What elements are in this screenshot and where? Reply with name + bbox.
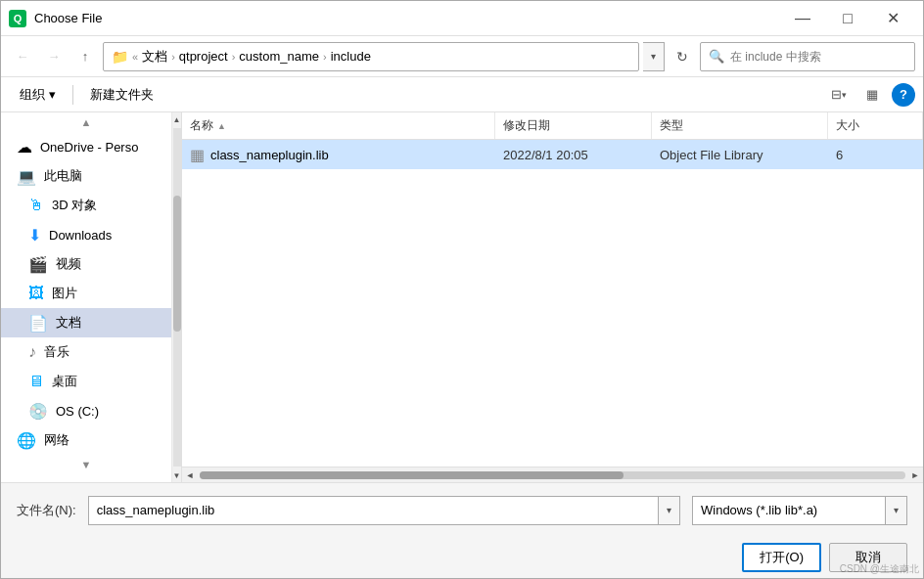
- file-dialog: Q Choose File — □ ✕ ← → ↑ 📁 « 文档 › qtpro…: [0, 0, 924, 579]
- sidebar-scrollbar: ▲ ▼: [171, 112, 181, 482]
- sidebar-item-label-this-pc: 此电脑: [44, 167, 82, 185]
- view-large-button[interactable]: ▦: [858, 82, 886, 108]
- sidebar-scroll-down[interactable]: ▼: [1, 455, 171, 474]
- path-sep-1: ›: [171, 51, 175, 63]
- sidebar-item-downloads[interactable]: ⬇ Downloads: [1, 220, 171, 249]
- file-date-cell: 2022/8/1 20:05: [495, 140, 652, 169]
- filename-input[interactable]: [88, 496, 659, 525]
- help-button[interactable]: ?: [892, 83, 915, 107]
- onedrive-icon: ☁: [17, 138, 32, 156]
- sidebar-scroll-down-button[interactable]: ▼: [172, 468, 182, 482]
- hscroll-thumb[interactable]: [200, 471, 624, 479]
- hscroll-left-button[interactable]: ◄: [182, 468, 198, 483]
- sidebar-scroll-thumb[interactable]: [173, 196, 181, 331]
- sidebar-item-onedrive[interactable]: ☁ OneDrive - Perso: [1, 132, 171, 161]
- col-header-name[interactable]: 名称 ▲: [182, 112, 495, 139]
- sidebar-item-desktop[interactable]: 🖥 桌面: [1, 367, 171, 396]
- this-pc-icon: 💻: [17, 167, 36, 186]
- downloads-icon: ⬇: [28, 226, 41, 245]
- sidebar-item-pictures[interactable]: 🖼 图片: [1, 279, 171, 308]
- file-name-cell: ▦ class_nameplugin.lib: [182, 140, 495, 169]
- view-details-button[interactable]: ⊟ ▾: [825, 82, 853, 108]
- horizontal-scrollbar: ◄ ►: [182, 467, 923, 482]
- sidebar-item-label-videos: 视频: [56, 255, 81, 273]
- window-controls: — □ ✕: [780, 3, 915, 34]
- sidebar-item-network[interactable]: 🌐 网络: [1, 425, 171, 455]
- toolbar: 组织 ▾ 新建文件夹 ⊟ ▾ ▦ ?: [1, 77, 923, 112]
- hscroll-right-button[interactable]: ►: [907, 468, 923, 483]
- documents-icon: 📄: [28, 314, 48, 333]
- address-bar: ← → ↑ 📁 « 文档 › qtproject › custom_name ›…: [1, 36, 923, 77]
- file-area: 名称 ▲ 修改日期 类型 大小 ▦ class_nameplu: [182, 112, 923, 482]
- sidebar-scroll-up[interactable]: ▲: [1, 112, 171, 132]
- col-header-type[interactable]: 类型: [652, 112, 828, 139]
- main-area: ▲ ☁ OneDrive - Perso 💻 此电脑 🖱 3D 对象 ⬇ Dow…: [1, 112, 923, 482]
- up-button[interactable]: ↑: [71, 43, 99, 70]
- open-button[interactable]: 打开(O): [742, 543, 821, 572]
- sidebar-item-videos[interactable]: 🎬 视频: [1, 249, 171, 279]
- forward-button[interactable]: →: [40, 43, 68, 70]
- sort-arrow: ▲: [217, 121, 226, 131]
- path-prefix: «: [132, 51, 138, 63]
- osc-icon: 💿: [28, 402, 48, 421]
- address-path[interactable]: 📁 « 文档 › qtproject › custom_name › inclu…: [103, 42, 639, 71]
- address-dropdown-button[interactable]: ▾: [643, 42, 665, 71]
- title-bar: Q Choose File — □ ✕: [1, 1, 923, 36]
- minimize-button[interactable]: —: [780, 3, 825, 34]
- folder-icon: 📁: [112, 49, 128, 65]
- sidebar-item-label-3d: 3D 对象: [52, 197, 97, 214]
- sidebar-item-music[interactable]: ♪ 音乐: [1, 337, 171, 367]
- sidebar-scroll-track: [173, 128, 181, 467]
- col-header-size[interactable]: 大小: [828, 112, 923, 139]
- filename-dropdown-button[interactable]: ▾: [659, 496, 680, 525]
- back-button[interactable]: ←: [9, 43, 36, 70]
- sidebar-item-label-osc: OS (C:): [56, 404, 99, 419]
- table-row[interactable]: ▦ class_nameplugin.lib 2022/8/1 20:05 Ob…: [182, 140, 923, 169]
- videos-icon: 🎬: [28, 255, 48, 274]
- sidebar-item-label-network: 网络: [44, 431, 69, 449]
- network-icon: 🌐: [17, 431, 36, 450]
- sidebar-container: ▲ ☁ OneDrive - Perso 💻 此电脑 🖱 3D 对象 ⬇ Dow…: [1, 112, 182, 482]
- sidebar-item-3d-objects[interactable]: 🖱 3D 对象: [1, 191, 171, 220]
- organize-chevron: ▾: [49, 87, 56, 102]
- search-icon: 🔍: [709, 49, 724, 64]
- path-segment-2: qtproject: [179, 49, 228, 64]
- sidebar-scroll-up-button[interactable]: ▲: [172, 112, 182, 126]
- view-chevron: ▾: [842, 90, 847, 100]
- sidebar-item-os-c[interactable]: 💿 OS (C:): [1, 396, 171, 425]
- new-folder-button[interactable]: 新建文件夹: [79, 82, 164, 108]
- action-bar: 打开(O) 取消: [1, 537, 923, 578]
- path-segment-3: custom_name: [239, 49, 319, 64]
- filetype-select-wrapper: Windows (*.lib lib*.a)All Files (*.*) ▾: [692, 496, 907, 525]
- organize-button[interactable]: 组织 ▾: [9, 82, 67, 108]
- sidebar-item-label-music: 音乐: [44, 343, 69, 361]
- file-name-label: class_nameplugin.lib: [210, 148, 329, 162]
- sidebar-item-this-pc[interactable]: 💻 此电脑: [1, 161, 171, 191]
- hscroll-track: [200, 471, 905, 479]
- maximize-button[interactable]: □: [825, 3, 870, 34]
- close-button[interactable]: ✕: [870, 3, 915, 34]
- filetype-select[interactable]: Windows (*.lib lib*.a)All Files (*.*): [692, 496, 886, 525]
- col-header-name-label: 名称: [190, 117, 213, 134]
- sidebar-item-label-downloads: Downloads: [49, 228, 112, 243]
- toolbar-right: ⊟ ▾ ▦ ?: [825, 82, 915, 108]
- col-header-date[interactable]: 修改日期: [495, 112, 652, 139]
- search-input[interactable]: [730, 50, 906, 64]
- path-segment-4: include: [331, 49, 371, 64]
- sidebar-item-label-onedrive: OneDrive - Perso: [40, 140, 138, 155]
- search-box[interactable]: 🔍: [700, 42, 915, 71]
- file-type-cell: Object File Library: [652, 140, 828, 169]
- sidebar-item-documents[interactable]: 📄 文档: [1, 308, 171, 337]
- filename-bar: 文件名(N): ▾ Windows (*.lib lib*.a)All File…: [1, 482, 923, 537]
- filetype-dropdown-button[interactable]: ▾: [886, 496, 907, 525]
- filename-label: 文件名(N):: [17, 502, 76, 519]
- file-size-cell: 6: [828, 140, 923, 169]
- refresh-button[interactable]: ↻: [669, 43, 696, 70]
- sidebar-item-label-pictures: 图片: [52, 285, 77, 302]
- view-icon-1: ⊟: [831, 87, 842, 102]
- file-list-header: 名称 ▲ 修改日期 类型 大小: [182, 112, 923, 140]
- watermark: CSDN @生途南北: [840, 562, 919, 576]
- path-segment-1: 文档: [142, 48, 167, 66]
- path-sep-3: ›: [323, 51, 327, 63]
- file-date-label: 2022/8/1 20:05: [503, 148, 588, 162]
